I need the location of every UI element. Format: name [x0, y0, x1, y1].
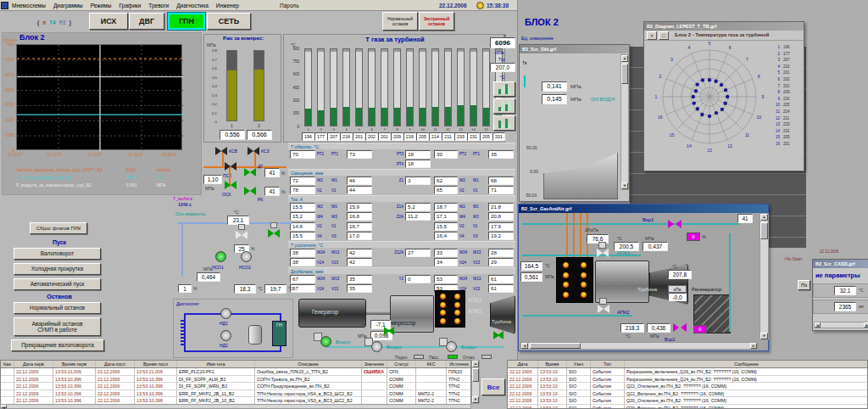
turbine-air-valve[interactable] — [493, 331, 504, 339]
menu-item-4[interactable]: Тревоги — [148, 3, 169, 8]
alarm-table[interactable]: КанДата первВремя первДата послВремя пос… — [0, 360, 471, 409]
column-header[interactable]: Дата перв — [14, 361, 53, 367]
pump-nso1[interactable] — [215, 251, 226, 262]
apk1-valve[interactable] — [597, 249, 609, 257]
chart-shortcut-button-0[interactable] — [493, 81, 515, 97]
menu-item-password[interactable]: Пароль — [280, 3, 299, 8]
emergency-stop-button[interactable]: Экстренный останов — [419, 12, 454, 31]
column-header[interactable]: Дата — [508, 361, 538, 367]
column-header[interactable]: Статус — [387, 361, 416, 367]
tb-bar-value: 202 — [365, 132, 378, 141]
mode-button-двг[interactable]: ДВГ — [129, 13, 164, 30]
menu-item-3[interactable]: Графики — [119, 3, 141, 8]
column-header[interactable]: Время посл — [135, 361, 177, 367]
menu-item-1[interactable]: Диаграммы — [53, 3, 83, 8]
table-row-0[interactable]: 22.12.200613:53:10SIOСобытияРазрешение_в… — [508, 368, 867, 376]
start-button-0[interactable]: Валоповорот — [14, 248, 101, 260]
alarm-table-vscroll[interactable]: ▲ ▼ — [471, 360, 480, 404]
stop-button-2[interactable]: Прекращение валоповорота — [11, 339, 104, 351]
cooling-valve[interactable] — [236, 231, 248, 239]
column-header[interactable]: Время перв — [53, 361, 96, 367]
valve-rk[interactable] — [244, 187, 256, 195]
air-valve[interactable] — [384, 327, 394, 335]
window-title[interactable]: B2_Diagram_LEPEST_T_TB.grf — [644, 22, 804, 31]
air-fan-1[interactable] — [320, 336, 331, 347]
column-header[interactable]: Дата посл — [96, 361, 135, 367]
pz-button[interactable]: Пз — [798, 280, 810, 290]
column-header[interactable]: ККС — [416, 361, 447, 367]
valve-psk[interactable] — [225, 162, 236, 171]
column-header[interactable]: Сообщение — [625, 361, 868, 367]
polar-legend-value: 231 — [783, 128, 790, 135]
pump-nd2[interactable] — [220, 330, 231, 341]
close-icon[interactable]: × — [647, 31, 657, 40]
pump-nd1[interactable] — [220, 308, 231, 319]
pen-toggle[interactable]: ( — [37, 20, 39, 25]
column-header[interactable]: Описание — [255, 361, 362, 367]
column-header[interactable]: Значение — [362, 361, 387, 367]
column-header[interactable]: Время — [538, 361, 567, 367]
obl-vertical-scrollbar[interactable]: ▲ ▼ — [620, 54, 629, 190]
table-row-3[interactable]: 22.12.200613:53:10SIOСобытияQ22_Включен_… — [508, 390, 867, 398]
chart-shortcut-button-1[interactable] — [493, 98, 515, 114]
valve-dg[interactable] — [244, 168, 256, 176]
gas-horizontal-scrollbar[interactable]: ◄ ► — [520, 342, 758, 350]
table-row-4[interactable]: 22.12.200613:53:10SIOСобытияQ20_Отключен… — [508, 397, 867, 405]
window-title[interactable]: B2_Scr_Obl.grf — [520, 45, 629, 53]
param-value-box: 68 — [488, 176, 514, 185]
window-title[interactable]: B2_Scr_CASD.grf — [813, 260, 868, 268]
air-fan-3[interactable] — [446, 341, 457, 352]
vzr1-valve[interactable] — [668, 220, 682, 230]
show-all-button[interactable]: Все — [481, 378, 505, 395]
valve-ksv[interactable] — [215, 147, 227, 155]
air-fan-2[interactable] — [371, 341, 382, 352]
chart-shortcut-button-2[interactable] — [493, 115, 515, 131]
table-row-3[interactable]: 22.12.200613:53:10,39622.12.200613:53:10… — [1, 390, 470, 398]
vzr2-valve[interactable] — [673, 323, 687, 333]
restore-icon[interactable]: □ — [659, 31, 669, 40]
column-header[interactable]: Источник — [447, 361, 471, 367]
pen-toggle[interactable]: п — [42, 20, 46, 25]
column-header[interactable]: Кан — [1, 361, 14, 367]
trend-series-value: 0,561 — [126, 182, 137, 188]
column-header[interactable]: Имя тега — [177, 361, 255, 367]
valve-osk[interactable] — [225, 181, 236, 189]
pump-nso2[interactable] — [241, 251, 252, 262]
table-row-5[interactable]: 22.12.200613:53:10SIOСобытияQ20_Включен_… — [508, 405, 867, 409]
alarm-table-hscroll[interactable]: ◄ — [0, 404, 471, 409]
column-header[interactable]: Тип — [591, 361, 625, 367]
tb-bar-fill — [483, 108, 489, 126]
event-log-table[interactable]: ДатаВремяУзелТипСообщение22.12.200613:53… — [507, 360, 868, 409]
table-row-1[interactable]: 22.12.200613:53:10SIOСобытияРазрешение_в… — [508, 376, 867, 384]
start-button-2[interactable]: Автоматический пуск — [14, 278, 101, 290]
table-row-1[interactable]: 22.12.200613:53:10,39622.12.200613:53:10… — [1, 376, 470, 384]
menu-item-6[interactable]: Инженер — [216, 3, 239, 8]
mode-button-сеть[interactable]: СЕТЬ — [207, 13, 251, 30]
menu-item-2[interactable]: Режимы — [91, 3, 112, 8]
reset-plc-flags-button[interactable]: Сброс флагов ПЛК — [30, 222, 87, 234]
table-row-0[interactable]: 22.12.200613:53:21,00622.12.200613:53:21… — [1, 368, 470, 376]
gas-vertical-scrollbar[interactable]: ▲ ▼ — [760, 213, 769, 340]
mini-bar — [509, 101, 511, 111]
start-button-1[interactable]: Холодная прокрутка — [14, 263, 101, 275]
casd-horizontal-scrollbar[interactable]: ◄ ► — [814, 322, 868, 328]
trend-plot[interactable] — [16, 44, 182, 150]
cooling-green-valve[interactable] — [268, 229, 280, 238]
valve-ksz[interactable] — [248, 147, 259, 155]
table-row-2[interactable]: 22.12.200613:53:10SIOСобытияQ22_Отключен… — [508, 383, 867, 390]
normal-stop-button[interactable]: Нормальный останов — [382, 12, 418, 31]
apk2-valve[interactable] — [598, 305, 609, 313]
pen-toggle[interactable]: T4 — [49, 20, 56, 25]
menu-item-0[interactable]: Мнемосхемы — [12, 3, 46, 8]
gn-unit[interactable]: ГН — [272, 321, 287, 346]
mode-button-исх[interactable]: ИСХ — [89, 13, 128, 30]
menu-item-5[interactable]: Диагностика — [176, 3, 209, 8]
stop-button-1[interactable]: Аварийный останов СУМП в работе — [14, 317, 101, 336]
column-header[interactable]: Узел — [567, 361, 591, 367]
mode-button-гпн[interactable]: ГПН — [168, 13, 205, 30]
pen-toggle[interactable]: P2 — [59, 20, 66, 25]
table-row-2[interactable]: 22.12.200613:53:10,39622.12.200613:53:10… — [1, 383, 470, 390]
stop-button-0[interactable]: Нормальный останов — [14, 302, 101, 314]
pen-toggle[interactable]: ) — [70, 20, 71, 25]
window-title[interactable]: B2_Scr_GasAndAir.grf — [519, 204, 768, 213]
